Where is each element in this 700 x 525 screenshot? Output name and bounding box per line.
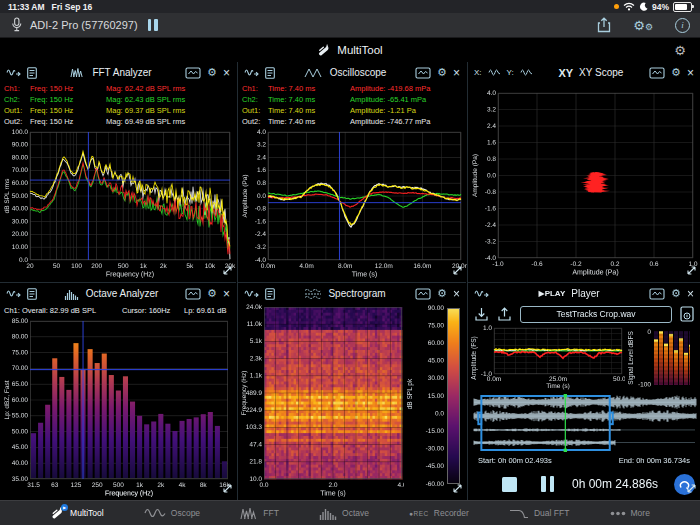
panel-settings-gear-icon[interactable]: ⚙ <box>671 67 681 78</box>
report-icon[interactable] <box>265 67 275 79</box>
chart-style-icon[interactable] <box>185 67 201 79</box>
active-badge: ▶ <box>61 504 68 511</box>
tab-fft[interactable]: FFT <box>240 507 279 520</box>
panel-fft-analyzer: FFT Analyzer ⚙ × Ch1:Freq: 150 HzMag: 62… <box>0 62 236 282</box>
sine-icon <box>304 68 324 78</box>
input-source-icon[interactable] <box>244 67 259 78</box>
chart-style-icon[interactable] <box>649 67 665 79</box>
spectrogram-plot[interactable] <box>238 304 404 501</box>
panel-settings-gear-icon[interactable]: ⚙ <box>671 288 681 299</box>
readout-row: Ch1:Time: 7.40 msAmplitude: -419.68 mPa <box>238 83 466 94</box>
expand-icon[interactable] <box>686 262 697 280</box>
loaded-file-name[interactable]: TestTracks Crop.wav <box>520 306 672 323</box>
export-file-icon[interactable] <box>497 307 512 322</box>
panel-title: Oscilloscope <box>330 67 387 78</box>
panel-xy-scope: X: Y: XY XY Scope ⚙ × <box>467 62 700 282</box>
tab-multitool[interactable]: ▶ MultiTool <box>50 507 104 520</box>
tab-octave[interactable]: Octave <box>319 507 369 520</box>
input-source-icon[interactable] <box>244 288 259 299</box>
expand-icon[interactable] <box>222 480 233 498</box>
octave-plot[interactable] <box>0 317 236 501</box>
x-source-label: X: <box>474 68 482 77</box>
panel-settings-gear-icon[interactable]: ⚙ <box>207 288 217 299</box>
chart-style-icon[interactable] <box>415 288 431 300</box>
report-icon[interactable] <box>265 288 275 300</box>
fft-icon <box>70 67 86 78</box>
import-file-icon[interactable] <box>474 307 489 322</box>
panel-title: FFT Analyzer <box>92 67 151 78</box>
chart-style-icon[interactable] <box>649 288 665 300</box>
device-name[interactable]: ADI-2 Pro (57760297) <box>30 19 138 31</box>
input-source-icon[interactable] <box>6 67 21 78</box>
player-waveform[interactable] <box>472 394 697 452</box>
microphone-icon[interactable] <box>10 17 23 33</box>
xy-plot[interactable] <box>468 83 700 282</box>
readout-row: Ch2:Freq: 150 HzMag: 62.43 dB SPL rms <box>0 94 236 105</box>
input-source-icon[interactable] <box>6 288 21 299</box>
oscilloscope-plot[interactable] <box>238 127 467 282</box>
chart-style-icon[interactable] <box>415 67 431 79</box>
spectrogram-colorbar <box>413 304 465 494</box>
expand-icon[interactable] <box>222 262 233 280</box>
multitool-settings-gear-icon[interactable]: ⚙ <box>674 43 686 58</box>
pause-button[interactable] <box>541 476 554 492</box>
fft-plot[interactable] <box>0 127 236 282</box>
file-info-icon[interactable] <box>680 306 694 322</box>
panel-close-icon[interactable]: × <box>453 288 460 300</box>
panel-player: ▶PLAY Player ⚙ × TestTracks Crop.wav Amp… <box>467 282 700 500</box>
settings-gears-icon[interactable]: ⚙⚙ <box>633 19 653 32</box>
multitool-app: 11:33 AM Fri Sep 16 94% ADI-2 Pro (57760… <box>0 0 700 525</box>
chart-style-icon[interactable] <box>185 288 201 300</box>
tab-more[interactable]: More <box>610 508 650 518</box>
tab-dual-fft[interactable]: Dual FFT <box>509 507 569 519</box>
pause-stream-button[interactable] <box>148 19 158 31</box>
report-icon[interactable] <box>27 67 37 79</box>
do-not-disturb-moon-icon <box>639 2 648 11</box>
readout-row: Out2:Time: 7.40 msAmplitude: -746.77 mPa <box>238 116 466 127</box>
multitool-tab-icon: ▶ <box>50 507 65 520</box>
panel-settings-gear-icon[interactable]: ⚙ <box>207 67 217 78</box>
status-bar: 11:33 AM Fri Sep 16 94% <box>0 0 700 13</box>
tab-recorder[interactable]: ●REC Recorder <box>409 508 469 518</box>
panel-spectrogram: Spectrogram ⚙ × dB SPL pk <box>237 282 466 500</box>
panel-close-icon[interactable]: × <box>687 288 694 300</box>
report-icon[interactable] <box>27 288 37 300</box>
share-icon[interactable] <box>597 17 611 33</box>
panel-oscilloscope: Oscilloscope ⚙ × Ch1:Time: 7.40 msAmplit… <box>237 62 466 282</box>
fft-readouts: Ch1:Freq: 150 HzMag: 62.42 dB SPL rmsCh2… <box>0 83 236 127</box>
readout-row: Out1:Freq: 150 HzMag: 69.37 dB SPL rms <box>0 105 236 116</box>
player-level-y-label: Amplitude (FS) <box>468 325 477 391</box>
expand-icon[interactable] <box>452 262 463 280</box>
panel-close-icon[interactable]: × <box>453 67 460 79</box>
readout-row: Ch2:Time: 7.40 msAmplitude: -65.41 mPa <box>238 94 466 105</box>
player-level-meter <box>634 325 690 391</box>
readout-row: Ch1:Freq: 150 HzMag: 62.42 dB SPL rms <box>0 83 236 94</box>
y-source-icon[interactable] <box>520 68 533 77</box>
expand-icon[interactable] <box>452 480 463 498</box>
colorbar-axis-label: dB SPL pk <box>404 304 413 484</box>
input-source-icon[interactable] <box>474 288 489 299</box>
multitool-icon <box>317 44 331 57</box>
expand-icon[interactable] <box>686 480 697 498</box>
panel-title: Player <box>571 288 599 299</box>
tab-oscope[interactable]: Oscope <box>144 507 200 519</box>
clock: 11:33 AM <box>8 2 45 12</box>
panel-title: Spectrogram <box>328 288 385 299</box>
panel-close-icon[interactable]: × <box>687 67 694 79</box>
x-source-icon[interactable] <box>488 68 501 77</box>
panel-settings-gear-icon[interactable]: ⚙ <box>437 67 447 78</box>
stop-button[interactable] <box>502 477 517 492</box>
more-tab-icon <box>610 511 626 516</box>
readout-row: Out2:Freq: 150 HzMag: 69.49 dB SPL rms <box>0 116 236 127</box>
playback-time: 0h 00m 24.886s <box>572 477 658 491</box>
panel-close-icon[interactable]: × <box>223 67 230 79</box>
dual-fft-tab-icon <box>509 507 529 519</box>
panel-settings-gear-icon[interactable]: ⚙ <box>437 288 447 299</box>
panel-title: Octave Analyzer <box>86 288 159 299</box>
player-level-chart[interactable] <box>477 324 625 392</box>
panel-close-icon[interactable]: × <box>223 288 230 300</box>
rec-tab-icon: ●REC <box>409 510 429 517</box>
info-icon[interactable]: i <box>675 18 690 33</box>
octave-bars-icon <box>64 288 80 300</box>
player-meter-label: Signal Level dBFS <box>625 325 634 391</box>
